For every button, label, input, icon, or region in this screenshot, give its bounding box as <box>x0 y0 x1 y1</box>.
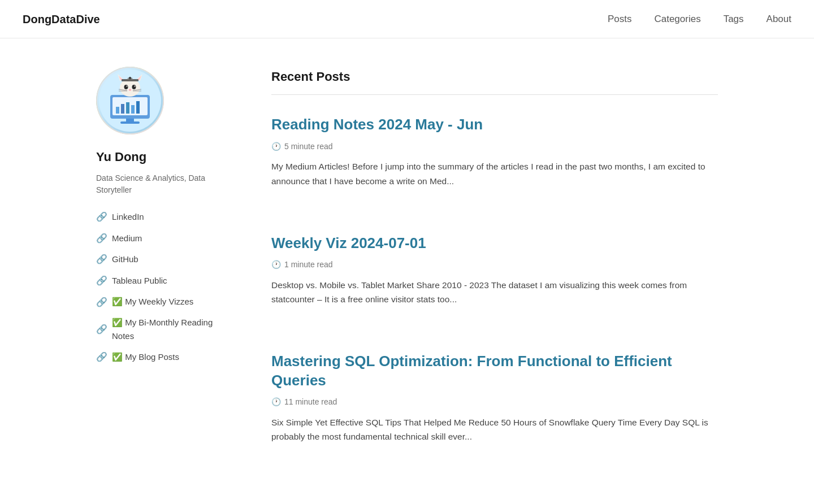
sidebar-link-label: GitHub <box>112 253 138 266</box>
post-title-link[interactable]: Mastering SQL Optimization: From Functio… <box>271 352 718 390</box>
post-excerpt: Desktop vs. Mobile vs. Tablet Market Sha… <box>271 278 718 307</box>
svg-rect-24 <box>122 79 138 81</box>
clock-icon: 🕐 <box>271 140 281 153</box>
svg-point-15 <box>124 85 128 89</box>
section-title: Recent Posts <box>271 67 718 95</box>
posts-list: Reading Notes 2024 May - Jun🕐5 minute re… <box>271 115 718 467</box>
avatar <box>96 67 164 134</box>
link-icon: 🔗 <box>96 295 107 310</box>
post-item: Mastering SQL Optimization: From Functio… <box>271 352 718 467</box>
main-content: Recent Posts Reading Notes 2024 May - Ju… <box>271 67 718 489</box>
nav-item-about[interactable]: About <box>767 14 791 24</box>
sidebar: Yu Dong Data Science & Analytics, Data S… <box>96 67 226 489</box>
sidebar-link[interactable]: 🔗✅ My Blog Posts <box>96 350 226 364</box>
author-bio: Data Science & Analytics, Data Storytell… <box>96 172 226 196</box>
sidebar-link-item: 🔗LinkedIn <box>96 210 226 224</box>
post-meta: 🕐1 minute read <box>271 258 718 271</box>
sidebar-link-label: Medium <box>112 232 142 245</box>
sidebar-link-item: 🔗GitHub <box>96 252 226 267</box>
post-meta: 🕐5 minute read <box>271 140 718 153</box>
clock-icon: 🕐 <box>271 396 281 408</box>
post-title-link[interactable]: Weekly Viz 2024-07-01 <box>271 234 718 253</box>
sidebar-link-item: 🔗✅ My Blog Posts <box>96 350 226 364</box>
sidebar-link[interactable]: 🔗GitHub <box>96 252 226 267</box>
svg-rect-7 <box>136 101 140 114</box>
link-icon: 🔗 <box>96 322 107 337</box>
link-icon: 🔗 <box>96 252 107 267</box>
post-read-time: 5 minute read <box>284 140 333 153</box>
sidebar-link[interactable]: 🔗LinkedIn <box>96 210 226 224</box>
post-excerpt: My Medium Articles! Before I jump into t… <box>271 159 718 188</box>
svg-rect-6 <box>131 105 135 114</box>
clock-icon: 🕐 <box>271 258 281 271</box>
sidebar-links: 🔗LinkedIn🔗Medium🔗GitHub🔗Tableau Public🔗✅… <box>96 210 226 364</box>
post-item: Weekly Viz 2024-07-01🕐1 minute readDeskt… <box>271 234 718 329</box>
svg-rect-3 <box>116 107 119 114</box>
sidebar-link[interactable]: 🔗✅ My Bi-Monthly Reading Notes <box>96 316 226 343</box>
svg-point-18 <box>135 86 136 87</box>
site-header: DongDataDive PostsCategoriesTagsAbout <box>0 0 814 38</box>
link-icon: 🔗 <box>96 231 107 246</box>
post-read-time: 1 minute read <box>284 258 333 271</box>
sidebar-link-item: 🔗Tableau Public <box>96 273 226 288</box>
post-item: Reading Notes 2024 May - Jun🕐5 minute re… <box>271 115 718 211</box>
sidebar-link-item: 🔗✅ My Weekly Vizzes <box>96 295 226 310</box>
post-excerpt: Six Simple Yet Effective SQL Tips That H… <box>271 415 718 444</box>
svg-point-19 <box>129 89 131 91</box>
sidebar-link-label: ✅ My Bi-Monthly Reading Notes <box>112 316 226 343</box>
sidebar-link-item: 🔗✅ My Bi-Monthly Reading Notes <box>96 316 226 343</box>
post-title-link[interactable]: Reading Notes 2024 May - Jun <box>271 115 718 134</box>
sidebar-link-item: 🔗Medium <box>96 231 226 246</box>
sidebar-link[interactable]: 🔗Tableau Public <box>96 273 226 288</box>
link-icon: 🔗 <box>96 210 107 224</box>
author-name: Yu Dong <box>96 147 226 167</box>
page-layout: Yu Dong Data Science & Analytics, Data S… <box>73 38 741 504</box>
svg-point-17 <box>127 86 128 87</box>
svg-rect-5 <box>126 102 129 114</box>
svg-rect-4 <box>121 104 124 114</box>
link-icon: 🔗 <box>96 350 107 364</box>
sidebar-link-label: Tableau Public <box>112 274 167 288</box>
svg-rect-9 <box>120 121 140 124</box>
svg-rect-8 <box>126 119 134 121</box>
sidebar-link[interactable]: 🔗✅ My Weekly Vizzes <box>96 295 226 310</box>
avatar-image <box>96 67 164 134</box>
sidebar-link[interactable]: 🔗Medium <box>96 231 226 246</box>
sidebar-link-label: ✅ My Blog Posts <box>112 350 179 364</box>
nav-item-tags[interactable]: Tags <box>724 14 744 24</box>
nav-item-categories[interactable]: Categories <box>654 14 700 24</box>
svg-point-16 <box>132 85 136 89</box>
main-nav: PostsCategoriesTagsAbout <box>608 11 791 27</box>
post-meta: 🕐11 minute read <box>271 396 718 408</box>
link-icon: 🔗 <box>96 273 107 288</box>
post-read-time: 11 minute read <box>284 396 337 408</box>
site-logo[interactable]: DongDataDive <box>23 10 100 28</box>
sidebar-link-label: LinkedIn <box>112 210 144 224</box>
nav-item-posts[interactable]: Posts <box>608 14 632 24</box>
sidebar-link-label: ✅ My Weekly Vizzes <box>112 295 193 309</box>
